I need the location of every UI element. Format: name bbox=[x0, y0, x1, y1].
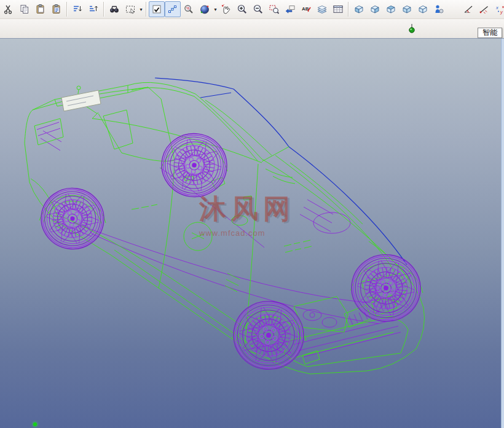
main-toolbar: ▾ % ▾ AB bbox=[0, 0, 504, 19]
paste-icon[interactable] bbox=[33, 1, 49, 17]
zoom-window-icon[interactable] bbox=[266, 1, 282, 17]
viewport[interactable]: 沐风网 www.mfcad.com bbox=[0, 38, 504, 428]
pan-icon[interactable] bbox=[218, 1, 234, 17]
node-edit-icon[interactable] bbox=[165, 1, 181, 17]
sort-descending-icon[interactable] bbox=[85, 1, 101, 17]
smart-snap-button[interactable]: 智能 bbox=[478, 28, 502, 38]
rear-deck-label bbox=[61, 90, 101, 111]
toolbar-separator bbox=[103, 2, 104, 17]
snap-toolbar: 智能 bbox=[0, 19, 504, 38]
find-icon[interactable] bbox=[106, 1, 122, 17]
car-wheels bbox=[37, 130, 425, 374]
zoom-in-icon[interactable] bbox=[234, 1, 250, 17]
toolbar-separator bbox=[146, 2, 147, 17]
view-back-icon[interactable] bbox=[367, 1, 383, 17]
toolbar-separator bbox=[66, 2, 68, 17]
layers-icon[interactable] bbox=[314, 1, 330, 17]
status-green-dot-icon bbox=[33, 422, 37, 426]
point-xy-icon[interactable]: xy bbox=[492, 1, 504, 17]
svg-text:x: x bbox=[495, 5, 498, 10]
display-mode-icon[interactable] bbox=[197, 1, 213, 17]
properties-table-icon[interactable] bbox=[330, 1, 346, 17]
format-paste-icon[interactable] bbox=[49, 1, 65, 17]
cut-icon[interactable] bbox=[1, 1, 17, 17]
zoom-ratio-icon[interactable]: % bbox=[181, 1, 197, 17]
pick-filter-icon[interactable] bbox=[149, 1, 165, 17]
vertical-scroll-strip[interactable] bbox=[501, 39, 504, 428]
view-top-icon[interactable] bbox=[383, 1, 399, 17]
view-iso-icon[interactable] bbox=[415, 1, 431, 17]
zoom-previous-icon[interactable] bbox=[282, 1, 298, 17]
view-front-icon[interactable] bbox=[351, 1, 367, 17]
copy-icon[interactable] bbox=[17, 1, 33, 17]
window-select-dropdown-icon[interactable]: ▾ bbox=[138, 7, 144, 12]
line-angle-icon[interactable] bbox=[460, 1, 476, 17]
observer-icon[interactable] bbox=[431, 1, 447, 17]
line-slope-icon[interactable] bbox=[476, 1, 492, 17]
sort-ascending-icon[interactable] bbox=[69, 1, 85, 17]
svg-text:y: y bbox=[500, 9, 503, 15]
view-bottom-icon[interactable] bbox=[399, 1, 415, 17]
cad-application-window: ▾ % ▾ AB bbox=[0, 0, 504, 428]
car-wireframe-model bbox=[25, 78, 425, 374]
viewport-canvas[interactable] bbox=[0, 39, 504, 428]
window-select-icon[interactable] bbox=[122, 1, 138, 17]
toolbar-separator bbox=[348, 2, 349, 17]
snap-indicator-icon bbox=[407, 23, 417, 34]
display-mode-dropdown-icon[interactable]: ▾ bbox=[213, 7, 218, 12]
zoom-out-icon[interactable] bbox=[250, 1, 266, 17]
rename-icon[interactable]: AB bbox=[298, 1, 314, 17]
svg-text:%: % bbox=[186, 6, 190, 10]
